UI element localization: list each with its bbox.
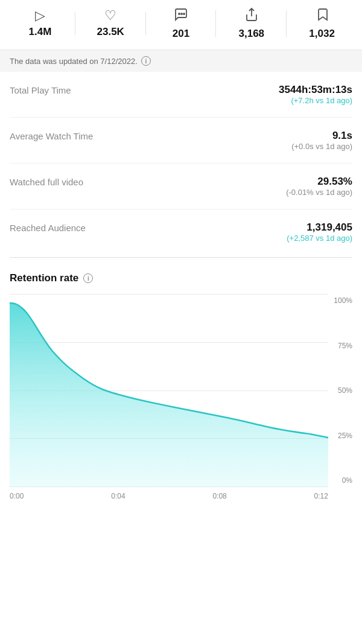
retention-info-icon[interactable]: i: [83, 273, 93, 283]
metric-change-reached-audience: (+2,587 vs 1d ago): [287, 234, 352, 243]
x-label-0: 0:00: [10, 492, 24, 500]
metric-label-avg-watch-time: Average Watch Time: [10, 130, 93, 141]
metric-avg-watch-time: Average Watch Time 9.1s (+0.0s vs 1d ago…: [10, 118, 352, 164]
y-label-50: 50%: [334, 386, 352, 395]
metric-value-block-watched-full-video: 29.53% (-0.01% vs 1d ago): [286, 176, 352, 197]
chart-x-labels: 0:00 0:04 0:08 0:12: [10, 487, 352, 500]
saves-icon: [316, 7, 329, 24]
stat-plays: ▷ 1.4M: [5, 9, 75, 38]
y-label-100: 100%: [334, 296, 352, 305]
x-label-8: 0:08: [212, 492, 226, 500]
likes-icon: ♡: [104, 9, 116, 22]
update-banner-text: The data was updated on 7/12/2022.: [10, 57, 138, 66]
metric-label-watched-full-video: Watched full video: [10, 176, 83, 187]
y-label-25: 25%: [334, 432, 352, 440]
stat-saves: 1,032: [287, 7, 357, 40]
stat-likes: ♡ 23.5K: [75, 9, 146, 38]
metrics-list: Total Play Time 3544h:53m:13s (+7.2h vs …: [0, 72, 362, 255]
metric-main-total-play-time: 3544h:53m:13s: [279, 84, 352, 96]
metric-main-watched-full-video: 29.53%: [286, 176, 352, 188]
svg-point-2: [183, 13, 185, 14]
retention-title-row: Retention rate i: [10, 272, 352, 284]
x-label-12: 0:12: [314, 492, 328, 500]
metric-total-play-time: Total Play Time 3544h:53m:13s (+7.2h vs …: [10, 72, 352, 118]
svg-point-1: [181, 13, 182, 14]
retention-title: Retention rate: [10, 272, 78, 284]
shares-icon: [244, 7, 259, 24]
stat-comments: 201: [146, 7, 217, 40]
metric-change-watched-full-video: (-0.01% vs 1d ago): [286, 188, 352, 197]
comments-value: 201: [173, 28, 189, 40]
metric-reached-audience: Reached Audience 1,319,405 (+2,587 vs 1d…: [10, 209, 352, 255]
chart-container: 100% 75% 50% 25% 0% 0:00 0:04 0:08 0:12: [10, 294, 352, 506]
stat-shares: 3,168: [216, 7, 287, 40]
update-banner: The data was updated on 7/12/2022. i: [0, 50, 362, 72]
metric-change-avg-watch-time: (+0.0s vs 1d ago): [291, 142, 352, 151]
metric-value-block-reached-audience: 1,319,405 (+2,587 vs 1d ago): [287, 222, 352, 243]
y-label-75: 75%: [334, 342, 352, 350]
metric-main-reached-audience: 1,319,405: [287, 222, 352, 234]
svg-point-0: [179, 13, 180, 14]
stats-row: ▷ 1.4M ♡ 23.5K 201 3,168: [0, 0, 362, 50]
plays-icon: ▷: [35, 9, 45, 22]
metric-label-reached-audience: Reached Audience: [10, 222, 86, 233]
comments-icon: [174, 7, 188, 24]
info-icon[interactable]: i: [141, 56, 151, 66]
shares-value: 3,168: [239, 28, 265, 40]
x-label-4: 0:04: [111, 492, 125, 500]
retention-section: Retention rate i: [0, 260, 362, 512]
chart-svg-wrapper: [10, 294, 328, 487]
section-divider: [10, 257, 352, 258]
metric-value-block-avg-watch-time: 9.1s (+0.0s vs 1d ago): [291, 130, 352, 151]
likes-value: 23.5K: [97, 26, 124, 38]
y-label-0: 0%: [334, 476, 352, 485]
metric-watched-full-video: Watched full video 29.53% (-0.01% vs 1d …: [10, 164, 352, 209]
saves-value: 1,032: [309, 28, 335, 40]
metric-change-total-play-time: (+7.2h vs 1d ago): [279, 96, 352, 105]
metric-label-total-play-time: Total Play Time: [10, 84, 71, 95]
chart-area: 100% 75% 50% 25% 0%: [10, 294, 352, 487]
chart-fill: [10, 303, 328, 487]
chart-y-labels: 100% 75% 50% 25% 0%: [334, 294, 352, 487]
metric-main-avg-watch-time: 9.1s: [291, 130, 352, 142]
plays-value: 1.4M: [29, 26, 52, 38]
retention-chart-svg: [10, 294, 328, 487]
metric-value-block-total-play-time: 3544h:53m:13s (+7.2h vs 1d ago): [279, 84, 352, 105]
